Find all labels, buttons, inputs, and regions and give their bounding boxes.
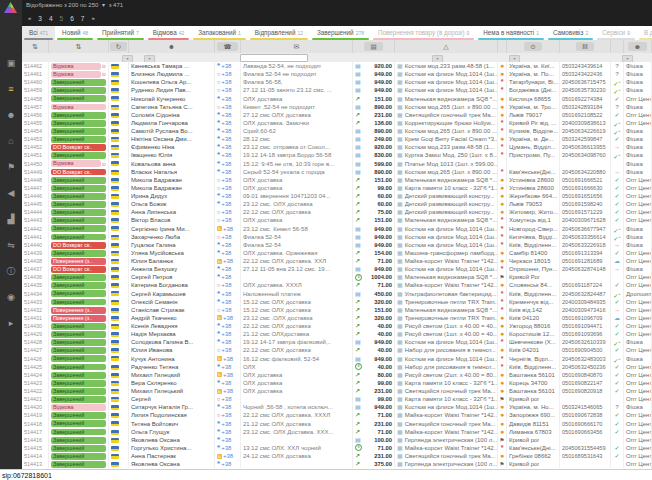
status-sort-icon[interactable]: ⇅ [49,40,109,53]
app-logo-icon[interactable] [4,2,17,13]
tab-Запакований[interactable]: Запакований1 [191,26,248,40]
sync-icon[interactable]: ↻ [109,40,129,53]
table-row[interactable]: 514425ЗавершенийРадченко Тетяна*+38ОЛХ$4… [22,363,652,371]
page-5[interactable]: 5 [60,15,64,22]
table-row[interactable]: 514448ЗавершенийМикола Бадражан○+38ОЛХ д… [22,176,652,184]
table-row[interactable]: 514433ЗавершенийОлексій Семанін*+3815.12… [22,298,652,306]
table-row[interactable]: 514444ЗавершенийАнна Липенська○+3822.12 … [22,208,652,216]
phone-filter-input[interactable] [240,54,308,62]
table-row[interactable]: 514440DO Возврат ск..Гуцалюк Галина*+38Ф… [22,241,652,249]
table-row[interactable]: 514442ЗавершенийСергієнко Ірина Ми...lc+… [22,225,652,233]
id-sort-icon[interactable]: ⇅ [22,40,49,53]
phone-number: +38 [221,233,231,241]
sidebar-item-dashboard-icon[interactable]: ▣ [0,54,22,72]
table-row[interactable]: 514445ЗавершенийОльга Божик*+3823.12 смс… [22,200,652,208]
table-row[interactable]: 514449DO Возврат ск..Власюк Наталья*+38С… [22,168,652,176]
table-row[interactable]: 514456ЗавершенийСоломія Сідоніна*+3827.1… [22,111,652,119]
page-7[interactable]: 7 [81,15,85,22]
customer-icon[interactable]: ☻ [129,40,215,53]
sidebar-item-monitoring-icon[interactable]: ◉ [0,288,22,306]
table-row[interactable]: 514416ЗавершенийЯковлева Оксана*+38▤100.… [22,436,652,444]
comment-icon[interactable]: ✉ [241,40,353,53]
first-page-icon[interactable]: « [28,15,31,21]
table-row[interactable]: 514441ЗавершенийЗахарченко Люба○+38Фиалк… [22,233,652,241]
table-row[interactable]: 514459ЗавершенийРуденко Лидия Пав...○+38… [22,86,652,94]
table-row[interactable]: 514447ЗавершенийМикола Бадражан○+38ОЛХ д… [22,184,652,192]
tab-В дорозі додому[interactable]: В дорозі додому0 [637,26,652,40]
table-row[interactable]: 514439ЗавершенийУляна Мусійовська*+38ОЛХ… [22,249,652,257]
page-6[interactable]: 6 [70,15,74,22]
table-row[interactable]: 514451ЗавершенийІващенко Юлія*+3819.12 1… [22,151,652,159]
range-dropdown-icon[interactable]: ▾ [102,2,105,8]
table-row[interactable]: 514452DO Возврат ск..Єфименко Ніна*+3823… [22,143,652,151]
table-row[interactable]: 514427ЗавершенийЮлия Иванова○+3822.12 см… [22,346,652,354]
table-row[interactable]: 514457ВідмоваСапегина Татьяна С...○+38Ке… [22,103,652,111]
table-row[interactable]: 514430ЗавершенийКсенія Левадняя*+3822.12… [22,322,652,330]
product-name: Костюм мод.265 (1шт. х 890.00 ... [405,168,497,176]
money-icon[interactable]: ▤ [353,40,395,53]
table-row[interactable]: 514436ЗавершенийСергей Петров*+38$1004.0… [22,273,652,281]
table-row[interactable]: 514437DO Возврат ск..Анжела Безушку*+382… [22,265,652,273]
table-row[interactable]: 514443ЗавершенийВіктор Власов○+38ОЛХ дос… [22,216,652,224]
sidebar-item-clients-icon[interactable]: ☻ [0,106,22,124]
sidebar-item-orders-icon[interactable]: ≡ [0,80,22,98]
location-icon[interactable]: ⊙ [507,40,560,53]
table-row[interactable]: 514461Відмова⊙Близнюк Людмила ...○+38Фиа… [22,70,652,78]
table-row[interactable]: 514426ЗавершенийКучук Антонинаlc+3816.12… [22,355,652,363]
table-row[interactable]: 514455ЗавершенийЛюдмила Гончарова*+38ОЛХ… [22,119,652,127]
table-row[interactable]: 514428ЗавершенийСолодкова Галина В...*+3… [22,338,652,346]
table-row[interactable]: 514414ЗавершенийАнна Пастернакlc+3824.12… [22,452,652,460]
phone-icon[interactable]: ☎ [215,40,241,53]
table-row[interactable]: 514458ЗавершенийНиколай Кучеренко*+38ОЛХ… [22,95,652,103]
page-3[interactable]: 3 [38,15,42,22]
table-row[interactable]: 514432Повернення (з..Станіслав Стрижак○+… [22,306,652,314]
table-row[interactable]: 514434ЗавершенийСергей Карамышев*+38Нало… [22,290,652,298]
table-row[interactable]: 514417ЗавершенийОльга Глущук*+3823.12 см… [22,428,652,436]
delivery-icon[interactable] [498,40,507,53]
table-row[interactable]: 514415ЗавершенийГоргулько Христина...*+3… [22,444,652,452]
call-star-icon: * [217,120,220,126]
track-status-icon[interactable] [611,40,624,53]
tab-Сервіси[interactable]: Сервіси0 [595,26,637,40]
table-row[interactable]: 514431Повернення (з..Андрій Ткаченкоlc+3… [22,314,652,322]
page-4[interactable]: 4 [49,15,53,22]
table-row[interactable]: 514446ЗавершенийИрина Дидух*+3809.01 зве… [22,192,652,200]
table-row[interactable]: 514420ВідмоваСитарчук Наталія Гр...*+38Ч… [22,403,652,411]
table-row[interactable]: 514419ЗавершенийЛилия Подолинская○+3822.… [22,411,652,419]
tab-Самовивіз[interactable]: Самовивіз2 [546,26,595,40]
table-row[interactable]: 514460ЗавершенийКошелева Ольга Ар...○+38… [22,78,652,86]
table-row[interactable]: 514424ЗавершенийМихаил Гилецкийlc+38ОЛХ … [22,371,652,379]
tab-Повернення товару (в дорозі)[interactable]: Повернення товару (в дорозі)0 [371,26,476,40]
sidebar-item-announcements-icon[interactable]: ◀ [0,184,22,202]
table-row[interactable]: 514435ЗавершенийКатерина Богданова○+38ОЛ… [22,281,652,289]
table-row[interactable]: 514450Відмова⊙Ковальова анна*+3815.12: 9… [22,160,652,168]
table-row[interactable]: 514421ЗавершенийСергей○+38▤99.00▦Карта п… [22,395,652,403]
table-row[interactable]: 514438Повернення (з..Юлия Баланюкlc+3822… [22,257,652,265]
last-page-icon[interactable]: » [91,15,94,21]
product-icon[interactable]: △ [395,40,498,53]
tab-Завершений[interactable]: Завершений278 [310,26,371,40]
sidebar-item-tags-icon[interactable]: ⚑ [0,158,22,176]
table-row[interactable]: 514454ЗавершенийСамотій Руслана Во...*+3… [22,127,652,135]
table-row[interactable]: 514418ЗавершенийТетяна Войтович*+3821.12… [22,420,652,428]
sidebar-item-company-icon[interactable]: ⌂ [0,132,22,150]
table-row[interactable]: 514413ЗавершенийЯковлева Оксана*+38↗375.… [22,460,652,468]
tab-Нема в наявності[interactable]: Нема в наявності1 [476,26,546,40]
table-row[interactable]: 514453ЗавершенийНікітіна Оксана Дми...*+… [22,135,652,143]
table-row[interactable]: 514429ЗавершенийНадія Мерзаєва*+3821.12 … [22,330,652,338]
table-row[interactable]: 514462Відмова⊙Каневська Тамара ...*+38Ла… [22,62,652,70]
tab-Прийнятий[interactable]: Прийнятий7 [95,26,146,40]
tab-Відмова[interactable]: Відмова42 [146,26,191,40]
tab-Всі[interactable]: Всі471 [22,26,55,40]
tab-Відправлений[interactable]: Відправлений12 [248,26,310,40]
table-row[interactable]: 514423ЗавершенийВера Скляренко*+38ОЛХ до… [22,379,652,387]
tab-Новий[interactable]: Новий48 [55,26,95,40]
sidebar-item-statistics-icon[interactable]: ▟ [0,210,22,228]
sidebar-item-video-icon[interactable]: ▸ [0,314,22,332]
sidebar-item-settings-icon[interactable]: ⇋ [0,236,22,254]
tracking-icon[interactable]: ‖‖ [560,40,611,53]
table-row[interactable]: 514422ЗавершенийМихаил Гилецькийlc+38ОЛХ… [22,387,652,395]
manager-icon[interactable]: ☻ [624,40,652,53]
sidebar-item-info-icon[interactable]: ⓘ [0,262,22,280]
tracking-status-cell: ✓ [611,338,624,346]
